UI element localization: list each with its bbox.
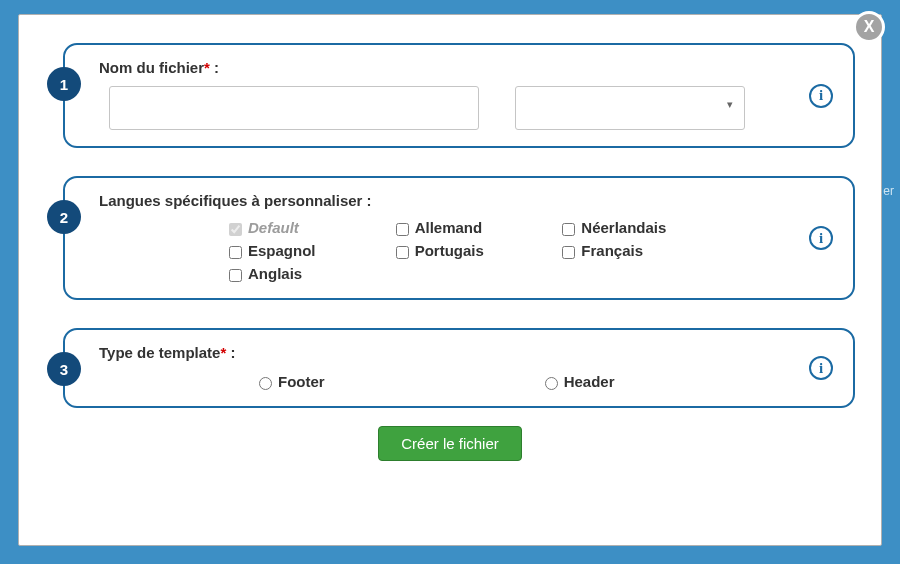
- languages-grid: Default Allemand Néerlandais Espagnol Po…: [99, 219, 719, 282]
- close-button[interactable]: X: [853, 11, 885, 43]
- step-1-title: Nom du fichier* :: [99, 59, 793, 76]
- step-3-block: 3 Type de template* : Footer Header i: [63, 328, 855, 408]
- template-footer-option[interactable]: Footer: [259, 373, 325, 390]
- lang-francais-label: Français: [581, 242, 643, 259]
- step-3-title-text: Type de template: [99, 344, 220, 361]
- template-footer-radio[interactable]: [259, 377, 272, 390]
- info-icon[interactable]: i: [809, 356, 833, 380]
- step-1-title-suffix: :: [210, 59, 219, 76]
- template-type-row: Footer Header: [99, 371, 793, 390]
- step-3-title: Type de template* :: [99, 344, 793, 361]
- lang-espagnol-label: Espagnol: [248, 242, 316, 259]
- template-header-label: Header: [564, 373, 615, 390]
- create-file-button[interactable]: Créer le fichier: [378, 426, 522, 461]
- lang-neerlandais[interactable]: Néerlandais: [562, 219, 719, 236]
- step-1-badge: 1: [47, 67, 81, 101]
- modal-dialog: X 1 Nom du fichier* : i 2 Langues spécif…: [18, 14, 882, 546]
- lang-portugais[interactable]: Portugais: [396, 242, 553, 259]
- lang-francais[interactable]: Français: [562, 242, 719, 259]
- template-header-radio[interactable]: [545, 377, 558, 390]
- lang-portugais-label: Portugais: [415, 242, 484, 259]
- lang-allemand-label: Allemand: [415, 219, 483, 236]
- lang-allemand[interactable]: Allemand: [396, 219, 553, 236]
- lang-default-label: Default: [248, 219, 299, 236]
- lang-default[interactable]: Default: [229, 219, 386, 236]
- step-3-title-suffix: :: [226, 344, 235, 361]
- lang-espagnol-checkbox[interactable]: [229, 246, 242, 259]
- step-2-badge: 2: [47, 200, 81, 234]
- template-header-option[interactable]: Header: [545, 373, 615, 390]
- step-1-block: 1 Nom du fichier* : i: [63, 43, 855, 148]
- info-icon[interactable]: i: [809, 226, 833, 250]
- lang-anglais[interactable]: Anglais: [229, 265, 386, 282]
- lang-portugais-checkbox[interactable]: [396, 246, 409, 259]
- info-icon[interactable]: i: [809, 84, 833, 108]
- lang-neerlandais-label: Néerlandais: [581, 219, 666, 236]
- lang-anglais-label: Anglais: [248, 265, 302, 282]
- lang-allemand-checkbox[interactable]: [396, 223, 409, 236]
- lang-default-checkbox: [229, 223, 242, 236]
- lang-espagnol[interactable]: Espagnol: [229, 242, 386, 259]
- step-2-block: 2 Langues spécifiques à personnaliser : …: [63, 176, 855, 300]
- lang-francais-checkbox[interactable]: [562, 246, 575, 259]
- template-footer-label: Footer: [278, 373, 325, 390]
- filename-select[interactable]: [515, 86, 745, 130]
- step-2-title: Langues spécifiques à personnaliser :: [99, 192, 793, 209]
- step-1-title-text: Nom du fichier: [99, 59, 204, 76]
- lang-anglais-checkbox[interactable]: [229, 269, 242, 282]
- step-3-badge: 3: [47, 352, 81, 386]
- lang-neerlandais-checkbox[interactable]: [562, 223, 575, 236]
- filename-input[interactable]: [109, 86, 479, 130]
